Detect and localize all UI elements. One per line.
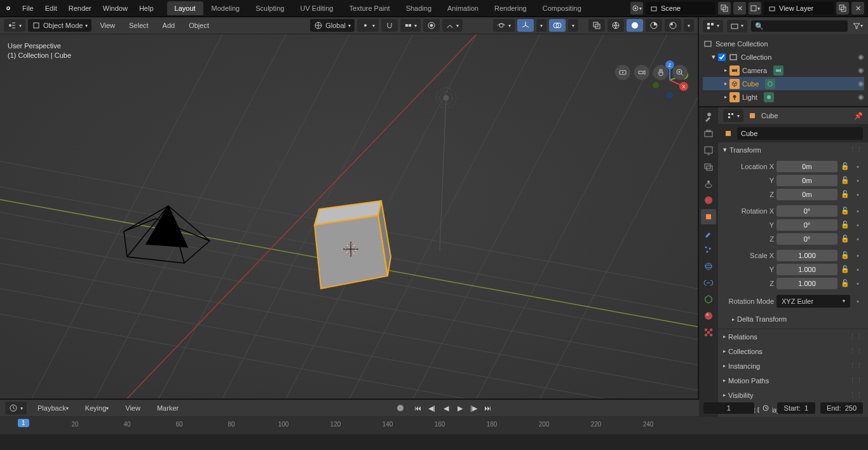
- tab-modeling[interactable]: Modeling: [204, 1, 248, 15]
- new-scene-icon[interactable]: [718, 2, 731, 15]
- timeline-menu-keying[interactable]: Keying ▾: [79, 400, 115, 417]
- tab-texturepaint[interactable]: Texture Paint: [341, 1, 397, 15]
- proportional-icon[interactable]: [423, 19, 440, 32]
- gizmo-toggle-icon[interactable]: [517, 19, 534, 32]
- play-reverse-icon[interactable]: ◀: [440, 402, 452, 414]
- toggle-camera-icon[interactable]: [634, 65, 649, 80]
- proportional-falloff-icon[interactable]: ▾: [442, 19, 463, 32]
- panel-motion-paths[interactable]: ▸Motion Paths⋮⋮: [718, 373, 868, 388]
- eye-icon[interactable]: ◉: [858, 93, 864, 101]
- rotation-z-field[interactable]: 0°: [776, 233, 837, 245]
- current-frame-field[interactable]: 1: [703, 402, 754, 414]
- delete-scene-icon[interactable]: ✕: [733, 2, 746, 15]
- tree-scene-collection[interactable]: Scene Collection: [703, 37, 864, 50]
- shading-matprev-icon[interactable]: [646, 19, 662, 32]
- viewport-menu-select[interactable]: Select: [123, 17, 154, 34]
- lock-icon[interactable]: 🔓: [840, 264, 850, 275]
- menu-render[interactable]: Render: [63, 0, 97, 17]
- scene-browse-icon[interactable]: ▾: [630, 2, 643, 15]
- animate-icon[interactable]: •: [853, 175, 863, 186]
- visibility-icon[interactable]: ▾: [493, 19, 515, 32]
- animate-icon[interactable]: •: [853, 189, 863, 200]
- new-viewlayer-icon[interactable]: [836, 2, 849, 15]
- tab-compositing[interactable]: Compositing: [535, 1, 589, 15]
- timeline-ruler[interactable]: 1 20 40 60 80 100 120 140 160 180 200 22…: [0, 417, 868, 434]
- proptab-modifiers-icon[interactable]: [701, 226, 716, 241]
- animate-icon[interactable]: •: [853, 296, 863, 306]
- zoom-icon[interactable]: [672, 65, 688, 80]
- shading-solid-icon[interactable]: [627, 19, 643, 32]
- shading-options-icon[interactable]: ▾: [684, 19, 694, 32]
- proptab-data-icon[interactable]: [701, 292, 716, 307]
- viewlayer-browse-icon[interactable]: ▾: [749, 2, 761, 15]
- proptab-material-icon[interactable]: [701, 308, 716, 324]
- rotation-mode-selector[interactable]: XYZ Euler▾: [776, 295, 850, 308]
- scale-x-field[interactable]: 1.000: [776, 250, 837, 261]
- timeline-menu-view[interactable]: View: [119, 400, 146, 417]
- delete-viewlayer-icon[interactable]: ✕: [851, 2, 864, 15]
- timeline-editor-type-icon[interactable]: ▾: [5, 402, 27, 414]
- pivot-icon[interactable]: ▾: [357, 19, 379, 32]
- pin-icon[interactable]: 📌: [854, 112, 863, 120]
- lock-icon[interactable]: 🔓: [840, 234, 850, 244]
- blender-logo-icon[interactable]: [0, 0, 17, 17]
- proptab-particles-icon[interactable]: [701, 242, 716, 257]
- eye-icon[interactable]: ◉: [858, 66, 864, 74]
- location-y-field[interactable]: 0m: [776, 175, 837, 186]
- overlays-toggle-icon[interactable]: [549, 19, 566, 32]
- viewport-menu-object[interactable]: Object: [183, 17, 215, 34]
- rotation-x-field[interactable]: 0°: [776, 205, 837, 217]
- outliner-filter-icon[interactable]: ▾: [851, 20, 864, 32]
- tab-layout[interactable]: Layout: [167, 1, 203, 15]
- overlays-options-icon[interactable]: ▾: [568, 19, 578, 32]
- panel-relations[interactable]: ▸Relations⋮⋮: [718, 329, 868, 344]
- outliner-editor-type-icon[interactable]: ▾: [703, 20, 723, 32]
- rotation-y-field[interactable]: 0°: [776, 219, 837, 231]
- proptab-physics-icon[interactable]: [701, 259, 716, 274]
- tab-rendering[interactable]: Rendering: [487, 1, 534, 15]
- gizmo-options-icon[interactable]: ▾: [536, 19, 546, 32]
- playhead[interactable]: 1: [18, 419, 29, 427]
- menu-edit[interactable]: Edit: [39, 0, 63, 17]
- tab-sculpting[interactable]: Sculpting: [248, 1, 292, 15]
- viewlayer-name-field[interactable]: View Layer: [764, 2, 834, 15]
- pan-icon[interactable]: [653, 65, 668, 80]
- lock-icon[interactable]: 🔓: [840, 220, 850, 230]
- lock-icon[interactable]: 🔓: [840, 175, 850, 186]
- editor-type-icon[interactable]: ▾: [4, 19, 25, 32]
- tree-item-light[interactable]: ▸Light◉: [703, 90, 864, 104]
- shading-rendered-icon[interactable]: [665, 19, 681, 32]
- proptab-render-icon[interactable]: [701, 126, 716, 142]
- proptab-viewlayer-icon[interactable]: [701, 160, 716, 175]
- outliner-search-input[interactable]: [751, 20, 848, 32]
- animate-icon[interactable]: •: [853, 264, 863, 275]
- xray-icon[interactable]: [588, 19, 605, 32]
- proptab-object-icon[interactable]: [701, 209, 716, 224]
- timeline-menu-playback[interactable]: Playback ▾: [32, 400, 74, 417]
- light-data-icon[interactable]: [764, 92, 774, 102]
- jump-start-icon[interactable]: ⏮: [412, 402, 424, 414]
- tree-item-camera[interactable]: ▸Camera◉: [703, 64, 864, 77]
- panel-transform[interactable]: ▾Transform⋮⋮: [718, 142, 868, 157]
- autokey-icon[interactable]: [394, 402, 407, 414]
- viewport-menu-view[interactable]: View: [94, 17, 121, 34]
- proptab-constraints-icon[interactable]: [701, 275, 716, 290]
- lock-icon[interactable]: 🔓: [840, 189, 850, 200]
- outliner-displaymode-icon[interactable]: ▾: [727, 20, 747, 32]
- scale-z-field[interactable]: 1.000: [776, 278, 837, 289]
- menu-window[interactable]: Window: [97, 0, 133, 17]
- proptab-tool-icon[interactable]: [701, 110, 716, 125]
- menu-file[interactable]: File: [17, 0, 39, 17]
- tab-shading[interactable]: Shading: [398, 1, 439, 15]
- keyframe-next-icon[interactable]: |▶: [468, 402, 480, 414]
- lock-icon[interactable]: 🔓: [840, 278, 850, 289]
- lock-icon[interactable]: 🔓: [840, 250, 850, 261]
- snap-to-icon[interactable]: ▾: [400, 19, 421, 32]
- lock-icon[interactable]: 🔓: [840, 161, 850, 172]
- proptab-output-icon[interactable]: [701, 143, 716, 158]
- tab-animation[interactable]: Animation: [440, 1, 486, 15]
- viewport-3d[interactable]: User Perspective (1) Collection | Cube X…: [0, 34, 698, 399]
- proptab-scene-icon[interactable]: [701, 176, 716, 191]
- animate-icon[interactable]: •: [853, 161, 863, 172]
- animate-icon[interactable]: •: [853, 234, 863, 244]
